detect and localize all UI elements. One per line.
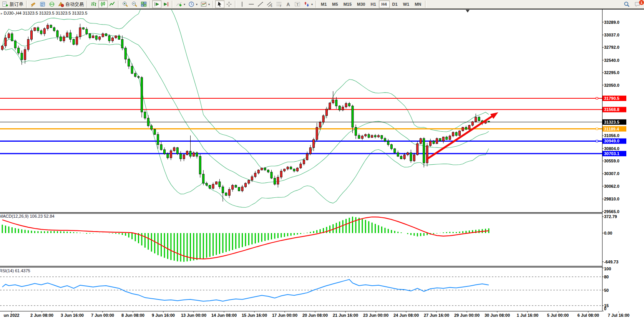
channel-icon: E	[267, 1, 273, 7]
price-tick-label: 33289.0	[604, 20, 619, 25]
time-tick-label: 27 Jun 16:00	[424, 313, 449, 318]
horizontal-line-button[interactable]	[247, 0, 256, 8]
macd-panel[interactable]	[2, 217, 489, 262]
svg-text:E: E	[271, 5, 273, 7]
toolbar-separator	[149, 1, 151, 8]
line-chart-button[interactable]	[108, 0, 117, 8]
auto-scroll-button[interactable]	[152, 0, 161, 8]
chevron-down-icon: ▾	[196, 3, 198, 6]
periods-button[interactable]: ▾	[187, 0, 199, 8]
templates-button[interactable]: ▾	[199, 0, 211, 8]
cursor-button[interactable]	[215, 0, 224, 8]
chart-shift-button[interactable]	[161, 0, 171, 8]
chevron-down-icon: ▾	[184, 3, 185, 6]
contacts-icon	[40, 1, 46, 7]
contacts-button[interactable]	[38, 0, 47, 8]
price-tick-label: 30559.0	[604, 159, 619, 163]
autotrading-button[interactable]: 自动交易	[56, 0, 85, 8]
rsi-tick-label: 0	[604, 306, 606, 311]
vertical-line-icon	[239, 1, 245, 7]
crosshair-button[interactable]	[224, 0, 234, 8]
time-tick-label: 20 Jun 08:00	[302, 313, 328, 318]
toolbar-separator	[26, 1, 28, 8]
text-icon: A	[285, 1, 291, 7]
price-line-31568.8[interactable]: 31568.8	[0, 107, 626, 112]
indicators-button[interactable]: ▾	[174, 0, 187, 8]
search-icon[interactable]	[622, 0, 631, 8]
toolbar-separator	[212, 1, 214, 8]
arrows-button[interactable]: ▾	[302, 0, 314, 8]
periods-icon	[188, 1, 194, 7]
chevron-down-icon: ▾	[208, 3, 210, 6]
price-line-label: 31790.5	[604, 96, 619, 101]
tile-windows-icon	[141, 1, 147, 7]
toolbar: 新订单自动交易▾▾▾EFAT▾M1M5M15M30H1H4D1W1MN 1	[0, 0, 644, 9]
indicators-icon	[176, 1, 182, 7]
zoom-out-button[interactable]	[130, 0, 139, 8]
chevron-down-icon: ▾	[311, 3, 313, 6]
trendline-icon	[257, 1, 264, 7]
signal-button[interactable]	[47, 0, 56, 8]
rsi-tick-label: 100	[604, 266, 611, 271]
svg-text:T: T	[296, 3, 299, 7]
price-line-31323.5[interactable]: 31323.5	[0, 119, 626, 125]
new-order-button[interactable]: 新订单	[1, 0, 25, 8]
channel-button[interactable]: E	[265, 0, 274, 8]
timeframe-m5[interactable]: M5	[329, 0, 340, 8]
chart-canvas[interactable]: 33289.033037.032792.032540.032295.032050…	[0, 0, 644, 321]
megaphone-icon	[30, 1, 37, 7]
time-axis[interactable]: un 20222 Jun 08:003 Jun 16:007 Jun 00:00…	[4, 311, 630, 318]
megaphone-button[interactable]	[29, 0, 38, 8]
timeframe-d1[interactable]: D1	[390, 0, 400, 8]
timeframe-m15[interactable]: M15	[341, 0, 354, 8]
macd-axis[interactable]: 372.790.00-649.73	[602, 214, 618, 264]
bar-chart-icon	[91, 1, 97, 7]
chart-title: ▸DJ30-,H4 31323.5 31323.5 31323.5 31323.…	[1, 11, 87, 15]
toolbar-separator	[315, 1, 317, 8]
rsi-label: RSI(14) 61.4375	[0, 268, 30, 273]
svg-text:F: F	[280, 5, 282, 7]
new-order-button-label: 新订单	[10, 1, 23, 8]
timeframe-m1[interactable]: M1	[318, 0, 329, 8]
price-line-label: 31189.4	[604, 127, 619, 131]
candlestick-chart-button[interactable]	[98, 0, 108, 8]
time-tick-label: 7 Jul 16:00	[608, 313, 629, 318]
price-axis[interactable]: 33289.033037.032792.032540.032295.032050…	[602, 20, 619, 214]
text-button[interactable]: A	[284, 0, 293, 8]
vertical-line-button[interactable]	[237, 0, 247, 8]
macd-label: MACD(12,26,9) 106.23 52.84	[0, 214, 55, 218]
autotrading-button-label: 自动交易	[65, 1, 84, 8]
toolbar-separator	[235, 1, 236, 8]
timeframe-mn[interactable]: MN	[412, 0, 424, 8]
macd-tick-label: 372.79	[604, 214, 617, 219]
symbol-marker-icon: ▸	[1, 12, 3, 15]
trendline-button[interactable]	[256, 0, 265, 8]
price-tick-label: 30307.0	[604, 171, 619, 176]
bar-chart-button[interactable]	[89, 0, 98, 8]
notifications-button[interactable]: 1	[633, 0, 642, 8]
price-line-31189.4[interactable]: 31189.4	[0, 126, 626, 132]
cursor-icon	[217, 1, 223, 7]
price-tick-label: 31056.0	[604, 133, 619, 138]
macd-tick-label: 0.00	[604, 231, 612, 235]
chart-title-text: DJ30-,H4 31323.5 31323.5 31323.5 31323.5	[4, 11, 88, 15]
trend-arrow[interactable]	[427, 112, 498, 159]
zoom-out-icon	[131, 1, 138, 7]
timeframe-m30[interactable]: M30	[354, 0, 368, 8]
zoom-in-button[interactable]	[121, 0, 130, 8]
current-price-label: 31323.5	[604, 120, 619, 124]
tile-windows-button[interactable]	[139, 0, 148, 8]
svg-text:A: A	[287, 2, 290, 7]
time-tick-label: 7 Jun 00:00	[91, 313, 114, 318]
price-line-31790.5[interactable]: 31790.5	[0, 96, 626, 101]
time-tick-label: 9 Jun 16:00	[152, 313, 175, 318]
fibonacci-button[interactable]: F	[274, 0, 284, 8]
rsi-axis[interactable]: 1008050150	[602, 266, 611, 311]
label-button[interactable]: T	[293, 0, 302, 8]
time-tick-label: 14 Jun 08:00	[211, 313, 237, 318]
rsi-panel[interactable]	[0, 277, 602, 306]
price-line-30703.1[interactable]: 30703.1	[0, 151, 626, 156]
timeframe-h1[interactable]: H1	[368, 0, 378, 8]
timeframe-h4[interactable]: H4	[379, 0, 390, 8]
timeframe-w1[interactable]: W1	[400, 0, 412, 8]
